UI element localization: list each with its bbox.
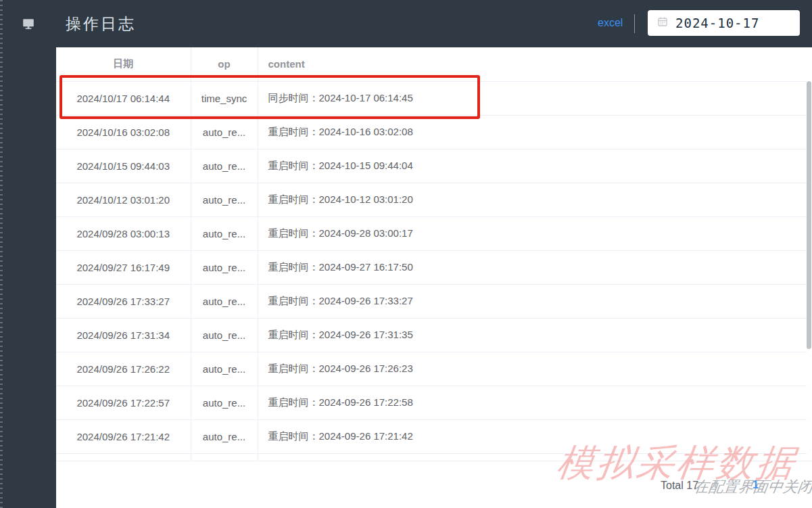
vertical-scrollbar[interactable] bbox=[807, 81, 811, 349]
date-input[interactable] bbox=[675, 16, 790, 30]
cell-op: auto_re... bbox=[191, 183, 258, 216]
table-row-partial bbox=[56, 453, 807, 461]
calendar-icon bbox=[656, 16, 669, 30]
column-header-date: 日期 bbox=[56, 47, 191, 81]
cell-content: 重启时间：2024-09-26 17:26:23 bbox=[258, 352, 807, 386]
cell-date: 2024/09/26 17:33:27 bbox=[56, 284, 191, 318]
cell-op: auto_re... bbox=[191, 216, 258, 250]
page-title: 操作日志 bbox=[66, 0, 136, 47]
cell-op: auto_re... bbox=[191, 318, 258, 352]
log-table: 日期 op content 2024/10/17 06:14:44time_sy… bbox=[56, 47, 807, 461]
cell-date: 2024/09/26 17:21:42 bbox=[56, 419, 191, 453]
cell-content: 重启时间：2024-09-28 03:00:17 bbox=[258, 216, 807, 250]
window-edge-ruler bbox=[0, 0, 3, 508]
excel-export-link[interactable]: excel bbox=[598, 17, 623, 29]
cell-op: auto_re... bbox=[191, 386, 258, 419]
cell-op: auto_re... bbox=[191, 115, 258, 149]
pagination-total: Total 17 bbox=[661, 480, 698, 492]
table-row: 2024/09/26 17:22:57auto_re...重启时间：2024-0… bbox=[56, 386, 807, 419]
cell-content: 重启时间：2024-09-27 16:17:50 bbox=[258, 250, 807, 284]
column-header-content: content bbox=[258, 47, 807, 81]
cell-content: 重启时间：2024-09-26 17:21:42 bbox=[258, 419, 807, 453]
cell-content: 重启时间：2024-09-26 17:31:35 bbox=[258, 318, 807, 352]
cell-op: time_sync bbox=[191, 81, 258, 115]
cell-op: auto_re... bbox=[191, 250, 258, 284]
cell-op: auto_re... bbox=[191, 352, 258, 386]
cell-date: 2024/09/27 16:17:49 bbox=[56, 250, 191, 284]
cell-op: auto_re... bbox=[191, 419, 258, 453]
log-table-body: 2024/10/17 06:14:44time_sync同步时间：2024-10… bbox=[56, 81, 807, 461]
table-row: 2024/09/28 03:00:13auto_re...重启时间：2024-0… bbox=[56, 216, 807, 250]
table-row: 2024/09/26 17:33:27auto_re...重启时间：2024-0… bbox=[56, 284, 807, 318]
cell-content: 同步时间：2024-10-17 06:14:45 bbox=[258, 81, 807, 115]
table-row: 2024/10/16 03:02:08auto_re...重启时间：2024-1… bbox=[56, 115, 807, 149]
table-row: 2024/09/27 16:17:49auto_re...重启时间：2024-0… bbox=[56, 250, 807, 284]
cell-content: 重启时间：2024-09-26 17:22:58 bbox=[258, 386, 807, 419]
date-picker[interactable] bbox=[648, 10, 800, 36]
cell-date: 2024/10/16 03:02:08 bbox=[56, 115, 191, 149]
cell-content: 重启时间：2024-10-15 09:44:04 bbox=[258, 149, 807, 183]
monitor-icon bbox=[21, 16, 36, 31]
log-table-container: 日期 op content 2024/10/17 06:14:44time_sy… bbox=[56, 47, 812, 461]
cell-content: 重启时间：2024-10-16 03:02:08 bbox=[258, 115, 807, 149]
cell-date: 2024/10/17 06:14:44 bbox=[56, 81, 191, 115]
sidebar bbox=[0, 0, 56, 508]
cell-date: 2024/10/12 03:01:20 bbox=[56, 183, 191, 216]
header-divider bbox=[634, 14, 635, 33]
cell-date: 2024/09/26 17:31:34 bbox=[56, 318, 191, 352]
cell-date: 2024/09/26 17:22:57 bbox=[56, 386, 191, 419]
table-row: 2024/10/12 03:01:20auto_re...重启时间：2024-1… bbox=[56, 183, 807, 216]
table-header-row: 日期 op content bbox=[56, 47, 807, 81]
cell-content: 重启时间：2024-09-26 17:33:27 bbox=[258, 284, 807, 318]
cell-date: 2024/09/26 17:26:22 bbox=[56, 352, 191, 386]
cell-date: 2024/09/28 03:00:13 bbox=[56, 216, 191, 250]
cell-op: auto_re... bbox=[191, 149, 258, 183]
cell-content: 重启时间：2024-10-12 03:01:20 bbox=[258, 183, 807, 216]
sidebar-item-monitor[interactable] bbox=[0, 0, 56, 47]
table-row: 2024/10/15 09:44:03auto_re...重启时间：2024-1… bbox=[56, 149, 807, 183]
table-row: 2024/09/26 17:21:42auto_re...重启时间：2024-0… bbox=[56, 419, 807, 453]
table-row: 2024/09/26 17:26:22auto_re...重启时间：2024-0… bbox=[56, 352, 807, 386]
table-row: 2024/09/26 17:31:34auto_re...重启时间：2024-0… bbox=[56, 318, 807, 352]
pagination-page-1[interactable]: 1 bbox=[750, 479, 761, 491]
table-row: 2024/10/17 06:14:44time_sync同步时间：2024-10… bbox=[56, 81, 807, 115]
cell-date: 2024/10/15 09:44:03 bbox=[56, 149, 191, 183]
cell-op: auto_re... bbox=[191, 284, 258, 318]
column-header-op: op bbox=[191, 47, 258, 81]
